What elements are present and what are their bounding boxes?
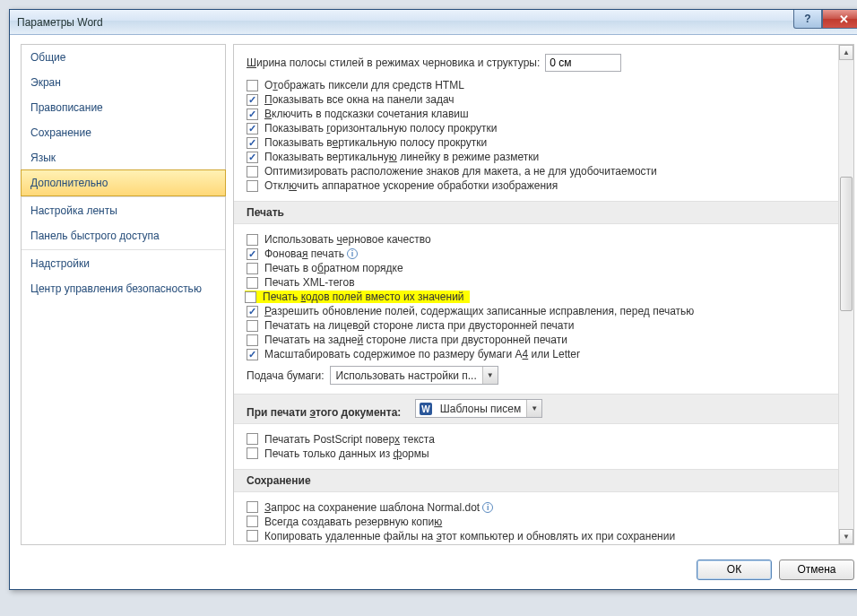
display-opt-2: Включить в подсказки сочетания клавиш: [247, 108, 826, 120]
display-opt-5-label[interactable]: Показывать вертикальную линейку в режиме…: [264, 151, 539, 163]
scroll-up-icon[interactable]: ▲: [839, 45, 853, 60]
tray-dropdown[interactable]: Использовать настройки п... ▼: [330, 366, 498, 385]
display-opt-1-checkbox[interactable]: [247, 94, 258, 106]
display-opt-2-label[interactable]: Включить в подсказки сочетания клавиш: [264, 108, 469, 120]
print-opt-8: Масштабировать содержимое по размеру бум…: [247, 348, 826, 360]
display-opt-0-checkbox[interactable]: [247, 80, 258, 91]
save-opt-1-label[interactable]: Всегда создавать резервную копию: [264, 516, 442, 528]
cancel-button[interactable]: Отмена: [779, 560, 854, 580]
sidebar-item-proofing[interactable]: Правописание: [22, 95, 225, 120]
print-opt-3-label[interactable]: Печать XML-тегов: [264, 276, 355, 289]
window-title: Параметры Word: [17, 16, 103, 29]
scroll-down-icon[interactable]: ▼: [839, 529, 853, 544]
printdoc-opt-1: Печать только данных из формы: [247, 447, 826, 460]
save-opt-1-checkbox[interactable]: [247, 516, 258, 527]
display-opt-6-label[interactable]: Оптимизировать расположение знаков для м…: [264, 165, 657, 178]
printdoc-opt-0-checkbox[interactable]: [247, 433, 258, 445]
vertical-scrollbar[interactable]: ▲ ▼: [838, 45, 853, 544]
print-opt-8-checkbox[interactable]: [247, 349, 258, 360]
printdoc-opt-1-checkbox[interactable]: [247, 447, 258, 459]
print-opt-5: Разрешить обновление полей, содержащих з…: [247, 305, 826, 317]
display-opt-3: Показывать горизонтальную полосу прокрут…: [247, 122, 826, 134]
section-save: Сохранение: [234, 469, 838, 492]
print-opt-3: Печать XML-тегов: [247, 276, 826, 289]
sidebar-item-trust[interactable]: Центр управления безопасностью: [22, 276, 225, 301]
print-opt-5-label[interactable]: Разрешить обновление полей, содержащих з…: [264, 305, 694, 317]
print-opt-5-checkbox[interactable]: [247, 306, 258, 317]
category-sidebar: Общие Экран Правописание Сохранение Язык…: [21, 44, 226, 545]
chevron-down-icon: ▼: [482, 367, 498, 384]
sidebar-item-display[interactable]: Экран: [22, 70, 225, 95]
print-opt-0: Использовать черновое качество: [247, 233, 826, 246]
sidebar-item-general[interactable]: Общие: [22, 45, 225, 70]
section-print-doc: При печати этого документа: W Шаблоны пи…: [234, 394, 838, 424]
print-opt-0-checkbox[interactable]: [247, 234, 258, 246]
display-opt-0-label[interactable]: Отображать пиксели для средств HTML: [264, 79, 464, 91]
sidebar-item-language[interactable]: Язык: [22, 145, 225, 170]
sidebar-item-addins[interactable]: Надстройки: [22, 251, 225, 276]
sidebar-item-qat[interactable]: Панель быстрого доступа: [22, 223, 225, 248]
display-opt-1-label[interactable]: Показывать все окна на панели задач: [264, 93, 454, 106]
display-opt-6-checkbox[interactable]: [247, 166, 258, 178]
sidebar-item-ribbon[interactable]: Настройка ленты: [22, 198, 225, 223]
print-opt-7-checkbox[interactable]: [247, 334, 258, 346]
save-opt-0-label[interactable]: Запрос на сохранение шаблона Normal.dot: [264, 501, 480, 514]
display-opt-6: Оптимизировать расположение знаков для м…: [247, 165, 826, 178]
print-opt-1-label[interactable]: Фоновая печать: [264, 247, 344, 260]
display-opt-4: Показывать вертикальную полосу прокрутки: [247, 136, 826, 149]
dialog-footer: ОК Отмена: [10, 552, 857, 589]
print-opt-7: Печатать на задней стороне листа при дву…: [247, 334, 826, 346]
print-opt-6-checkbox[interactable]: [247, 320, 258, 332]
sidebar-item-save[interactable]: Сохранение: [22, 120, 225, 145]
print-opt-7-label[interactable]: Печатать на задней стороне листа при дву…: [264, 334, 567, 346]
ok-button[interactable]: ОК: [697, 560, 772, 580]
print-opt-8-label[interactable]: Масштабировать содержимое по размеру бум…: [264, 348, 580, 360]
style-width-label: Ширина полосы стилей в режимах черновика…: [247, 56, 540, 69]
info-icon[interactable]: i: [347, 248, 358, 259]
sidebar-item-advanced[interactable]: Дополнительно: [21, 169, 226, 196]
print-opt-4-checkbox[interactable]: [245, 291, 256, 303]
print-opt-4-highlight: Печать кодов полей вместо их значений: [245, 291, 470, 303]
options-panel: Ширина полосы стилей в режимах черновика…: [233, 44, 854, 545]
save-opt-0: Запрос на сохранение шаблона Normal.doti: [247, 501, 826, 514]
save-opt-0-checkbox[interactable]: [247, 501, 258, 513]
print-opt-1: Фоновая печатьi: [247, 247, 826, 260]
print-opt-1-checkbox[interactable]: [247, 248, 258, 260]
titlebar[interactable]: Параметры Word ? ✕: [10, 10, 857, 35]
section-print: Печать: [234, 201, 838, 224]
print-opt-3-checkbox[interactable]: [247, 277, 258, 289]
display-opt-4-label[interactable]: Показывать вертикальную полосу прокрутки: [264, 136, 487, 149]
display-opt-2-checkbox[interactable]: [247, 108, 258, 120]
tray-label: Подача бумаги:: [247, 369, 325, 382]
print-opt-6: Печатать на лицевой стороне листа при дв…: [247, 319, 826, 332]
save-opt-1: Всегда создавать резервную копию: [247, 516, 826, 528]
chevron-down-icon: ▼: [526, 400, 541, 417]
printdoc-opt-0-label[interactable]: Печатать PostScript поверх текста: [264, 433, 435, 446]
options-dialog: Параметры Word ? ✕ Общие Экран Правописа…: [9, 9, 857, 590]
printdoc-opt-1-label[interactable]: Печать только данных из формы: [264, 447, 429, 460]
print-opt-2-label[interactable]: Печать в обратном порядке: [264, 262, 403, 274]
print-opt-4-label[interactable]: Печать кодов полей вместо их значений: [263, 291, 464, 303]
display-opt-1: Показывать все окна на панели задач: [247, 93, 826, 106]
info-icon[interactable]: i: [482, 502, 493, 513]
display-opt-3-label[interactable]: Показывать горизонтальную полосу прокрут…: [264, 122, 497, 134]
save-opt-2-checkbox[interactable]: [247, 530, 258, 542]
save-opt-2-label[interactable]: Копировать удаленные файлы на этот компь…: [264, 530, 675, 542]
display-opt-3-checkbox[interactable]: [247, 123, 258, 134]
print-opt-6-label[interactable]: Печатать на лицевой стороне листа при дв…: [264, 319, 574, 332]
doc-dropdown[interactable]: W Шаблоны писем ▼: [415, 399, 543, 418]
help-button[interactable]: ?: [793, 10, 822, 29]
print-opt-0-label[interactable]: Использовать черновое качество: [264, 233, 431, 246]
close-button[interactable]: ✕: [822, 10, 857, 29]
print-opt-4: Печать кодов полей вместо их значений: [247, 291, 826, 303]
print-opt-2: Печать в обратном порядке: [247, 262, 826, 274]
display-opt-4-checkbox[interactable]: [247, 137, 258, 149]
display-opt-7-checkbox[interactable]: [247, 180, 258, 192]
style-width-input[interactable]: [545, 54, 621, 72]
display-opt-7: Отключить аппаратное ускорение обработки…: [247, 179, 826, 192]
display-opt-7-label[interactable]: Отключить аппаратное ускорение обработки…: [264, 179, 558, 192]
printdoc-opt-0: Печатать PostScript поверх текста: [247, 433, 826, 446]
scroll-thumb[interactable]: [840, 177, 853, 311]
print-opt-2-checkbox[interactable]: [247, 263, 258, 274]
display-opt-5-checkbox[interactable]: [247, 152, 258, 163]
